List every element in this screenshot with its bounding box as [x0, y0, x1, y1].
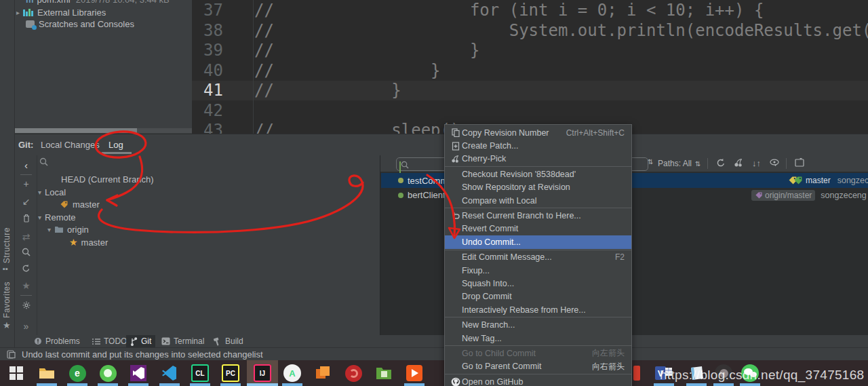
android-studio-icon[interactable]: A: [283, 364, 302, 383]
add-icon[interactable]: +: [15, 178, 37, 189]
search-icon: [401, 161, 409, 169]
running-indicator: [282, 383, 302, 386]
menu-item-interactive-rebase[interactable]: Interactively Rebase from Here...: [445, 303, 631, 316]
orange-media-app-icon[interactable]: [405, 364, 424, 383]
line-number: 40: [192, 61, 223, 80]
tag-icon: [60, 200, 68, 209]
project-hscrollbar-thumb[interactable]: [15, 128, 137, 133]
cherry-pick-icon[interactable]: [734, 158, 743, 168]
partial-hidden-app-icon[interactable]: [633, 364, 641, 383]
code-line: // for (int i = 0; i < 10; i++) {: [254, 1, 764, 20]
project-item-scratches[interactable]: Scratches and Consoles: [15, 18, 192, 30]
code-editor[interactable]: 37// for (int i = 0; i < 10; i++) { 38//…: [192, 0, 868, 134]
code-line: // }: [254, 41, 479, 60]
pycharm-icon[interactable]: PC: [221, 364, 240, 383]
chevron-down-icon[interactable]: ▾: [38, 214, 41, 221]
menu-item-cherry-pick[interactable]: Cherry-Pick: [445, 153, 631, 166]
menu-item-create-patch[interactable]: Create Patch...: [445, 139, 631, 152]
green-folder-app-icon[interactable]: [374, 364, 393, 383]
collapse-icon[interactable]: ‹: [15, 159, 37, 171]
menu-item-open-on-github[interactable]: Open on GitHub: [445, 375, 631, 386]
stripe-favorites-button[interactable]: Favorites: [2, 282, 12, 318]
menu-item-show-repository[interactable]: Show Repository at Revision: [445, 181, 631, 194]
todo-button[interactable]: TODO: [88, 335, 131, 347]
file-explorer-icon[interactable]: [37, 364, 56, 383]
toolbar-separator: [20, 295, 32, 296]
tab-local-changes[interactable]: Local Changes: [41, 140, 100, 150]
menu-item-compare-with-local[interactable]: Compare with Local: [445, 194, 631, 207]
remote-label: Remote: [45, 212, 76, 223]
build-button[interactable]: Build: [209, 335, 248, 347]
paths-caret-icon[interactable]: ⇅: [695, 160, 701, 168]
menu-item-edit-commit-message[interactable]: Edit Commit Message... F2: [445, 251, 631, 264]
tree-item-remote[interactable]: ▾ Remote: [38, 211, 76, 223]
tree-item-head[interactable]: HEAD (Current Branch): [61, 173, 154, 185]
paths-filter[interactable]: Paths: All: [658, 159, 692, 168]
tree-item-local-master[interactable]: master: [60, 198, 100, 210]
chevron-down-icon[interactable]: ▾: [38, 189, 41, 196]
tab-log[interactable]: Log: [108, 140, 123, 150]
vscode-icon[interactable]: [160, 364, 179, 383]
search-icon[interactable]: [15, 248, 37, 256]
menu-item-undo-commit[interactable]: Undo Commit...: [445, 235, 631, 248]
folder-icon: [54, 225, 64, 233]
chevron-right-icon[interactable]: ▸: [16, 9, 20, 16]
tree-item-origin[interactable]: ▾ origin: [47, 223, 89, 235]
snail-app-icon[interactable]: [344, 364, 363, 383]
chevron-down-icon[interactable]: ▾: [47, 226, 51, 233]
visual-studio-icon[interactable]: [129, 364, 148, 383]
menu-item-drop-commit[interactable]: Drop Commit: [445, 290, 631, 303]
git-button[interactable]: Git: [126, 335, 155, 347]
line-number: 43: [192, 121, 223, 134]
more-chevrons-icon[interactable]: »: [15, 321, 37, 332]
project-item-external-libraries[interactable]: ▸ External Libraries: [15, 7, 192, 18]
menu-label: Create Patch...: [462, 141, 625, 151]
menu-item-new-tag[interactable]: New Tag...: [445, 332, 631, 345]
menu-item-new-branch[interactable]: New Branch...: [445, 318, 631, 331]
star-icon[interactable]: ★: [15, 280, 37, 291]
tree-item-origin-master[interactable]: ★ master: [69, 236, 108, 248]
origin-master-pill: origin/master: [751, 190, 815, 201]
refresh-icon[interactable]: [716, 158, 726, 168]
build-hammer-icon: [213, 337, 222, 346]
menu-item-reset-branch[interactable]: Reset Current Branch to Here...: [445, 209, 631, 222]
menu-label: Copy Revision Number: [462, 128, 566, 138]
branch-filter-search-icon[interactable]: [39, 157, 53, 166]
menu-item-squash-into[interactable]: Squash Into...: [445, 277, 631, 290]
menu-item-fixup[interactable]: Fixup...: [445, 264, 631, 277]
settings-gear-icon[interactable]: [15, 301, 37, 310]
stripe-structure-button[interactable]: Structure: [2, 227, 12, 263]
menu-item-revert-commit[interactable]: Revert Commit: [445, 223, 631, 235]
delete-icon[interactable]: [15, 214, 37, 223]
hidden-filter-caret-icon[interactable]: ⇅: [648, 158, 653, 166]
csdn-watermark: https://blog.csdn.net/qq_37475168: [660, 368, 864, 383]
orange-squares-app-icon[interactable]: [313, 364, 332, 383]
menu-item-checkout-revision[interactable]: Checkout Revision '8538dead': [445, 168, 631, 180]
start-button[interactable]: [7, 364, 26, 383]
open-in-new-window-icon[interactable]: [795, 158, 805, 167]
evernote-icon[interactable]: e: [68, 364, 87, 383]
pom-meta: 2019/7/8 10:04, 3.44 kB: [76, 0, 170, 5]
menu-item-copy-revision[interactable]: Copy Revision Number Ctrl+Alt+Shift+C: [445, 126, 631, 139]
compare-arrows-icon[interactable]: ⇄: [15, 231, 37, 242]
running-indicator: [686, 383, 707, 386]
project-item-pom[interactable]: m pom.xml 2019/7/8 10:04, 3.44 kB: [15, 0, 192, 5]
problems-button[interactable]: Problems: [30, 335, 84, 347]
star-icon: ★: [69, 237, 78, 248]
preview-eye-icon[interactable]: [769, 158, 780, 168]
sort-icon[interactable]: ↓↑: [752, 158, 761, 168]
commit-author: songzeceng: [821, 191, 866, 200]
menu-label: Undo Commit...: [462, 237, 625, 247]
menu-separator: [445, 374, 631, 374]
menu-item-go-to-parent-commit[interactable]: Go to Parent Commit 向右箭头: [445, 360, 631, 373]
checkout-arrow-icon[interactable]: ↙: [15, 196, 37, 207]
intellij-idea-icon[interactable]: IJ: [253, 364, 272, 383]
terminal-button[interactable]: Terminal: [157, 335, 208, 347]
green-ring-app-icon[interactable]: [98, 364, 117, 383]
scratches-icon: [26, 20, 35, 28]
menu-label: Interactively Rebase from Here...: [462, 305, 625, 315]
clion-icon[interactable]: CL: [191, 364, 210, 383]
refresh-icon[interactable]: [15, 264, 37, 273]
status-message: Undo last commit and put its changes int…: [22, 349, 263, 360]
tree-item-local[interactable]: ▾ Local: [38, 186, 66, 198]
